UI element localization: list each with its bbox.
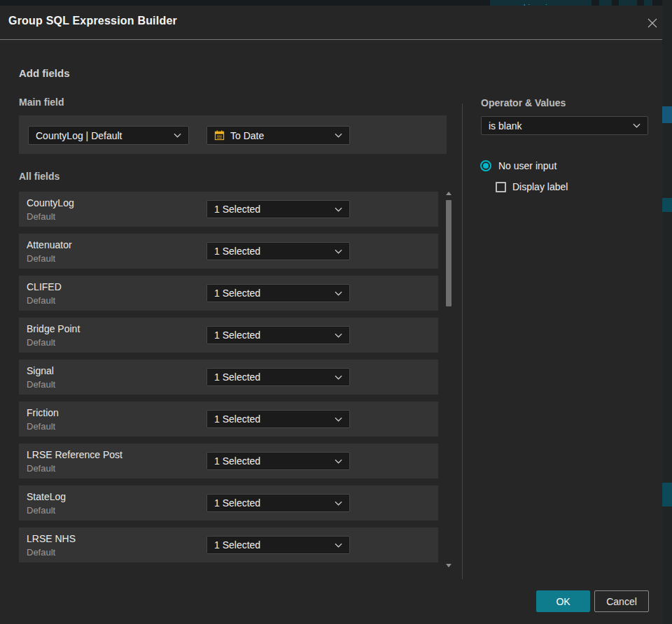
section-divider [462,104,463,579]
close-button[interactable] [643,15,662,32]
field-row: StateLog Default 1 Selected [19,485,438,520]
field-row: Attenuator Default 1 Selected [19,234,438,269]
field-selection-dropdown[interactable]: 1 Selected [206,494,350,512]
fields-list-scrollbar[interactable] [444,190,454,569]
field-sublabel: Default [27,421,55,432]
field-selection-value: 1 Selected [214,246,329,257]
field-sublabel: Default [27,211,55,222]
operator-dropdown-value: is blank [489,120,627,132]
screen: Live view Group SQL Expression Builder A… [0,0,672,624]
no-user-input-label: No user input [498,160,556,171]
chevron-down-icon [335,501,342,506]
calendar-date-icon [214,130,225,141]
all-fields-label: All fields [19,171,59,182]
field-selection-dropdown[interactable]: 1 Selected [206,284,350,302]
add-fields-heading: Add fields [19,67,70,79]
chevron-down-icon [335,333,342,338]
field-selection-value: 1 Selected [214,371,329,383]
main-field-type-value: To Date [230,130,329,141]
all-fields-list: CountyLog Default 1 Selected Attenuator … [19,192,438,569]
field-selection-dropdown[interactable]: 1 Selected [206,452,350,470]
x-icon [646,17,659,31]
cancel-button[interactable]: Cancel [594,590,649,612]
chevron-down-icon [335,133,342,138]
chevron-down-icon [335,291,342,296]
field-sublabel: Default [27,547,55,558]
field-row: LRSE NHS Default 1 Selected [19,527,438,562]
operator-values-label: Operator & Values [481,97,566,108]
ok-button[interactable]: OK [536,590,590,612]
field-name: Friction [27,407,59,418]
checkbox-unchecked-icon [496,182,506,192]
chevron-down-icon [335,543,342,548]
field-selection-value: 1 Selected [214,288,329,299]
field-name: LRSE Reference Post [27,449,122,460]
background-selected-item-fragment [662,483,672,506]
field-selection-dropdown[interactable]: 1 Selected [206,326,350,344]
field-row: CLIFED Default 1 Selected [19,276,438,311]
field-selection-value: 1 Selected [214,204,329,215]
chevron-down-icon [335,417,342,422]
chevron-down-icon [335,459,342,464]
main-field-type-dropdown[interactable]: To Date [206,126,350,145]
chevron-down-icon [335,207,342,212]
scrollbar-thumb[interactable] [446,200,451,306]
chevron-down-icon [335,249,342,254]
dialog-header: Group SQL Expression Builder [0,6,662,40]
field-selection-value: 1 Selected [214,497,329,509]
field-sublabel: Default [27,379,55,390]
field-selection-dropdown[interactable]: 1 Selected [206,368,350,386]
main-field-label: Main field [19,97,64,108]
field-name: LRSE NHS [27,533,76,544]
background-toolbar-fragment [644,0,652,6]
operator-dropdown[interactable]: is blank [481,116,648,135]
field-selection-value: 1 Selected [214,539,329,551]
background-toolbar-fragment [619,0,637,6]
field-row: Friction Default 1 Selected [19,402,438,437]
field-name: Signal [27,365,54,376]
live-view-button[interactable]: Live view [490,0,592,6]
field-name: StateLog [27,491,66,502]
field-selection-value: 1 Selected [214,455,329,467]
group-sql-expression-builder-dialog: Group SQL Expression Builder Add fields … [0,6,662,624]
main-field-dropdown[interactable]: CountyLog | Default [28,126,189,145]
field-row: CountyLog Default 1 Selected [19,192,438,227]
background-selected-item-fragment [662,198,672,212]
main-field-panel: CountyLog | Default To Date [19,115,447,154]
field-name: Bridge Point [27,323,80,334]
scrollbar-down-arrow-icon[interactable] [446,564,451,567]
field-sublabel: Default [27,505,55,516]
field-sublabel: Default [27,253,55,264]
field-selection-dropdown[interactable]: 1 Selected [206,200,350,218]
field-row: LRSE Reference Post Default 1 Selected [19,444,438,478]
radio-selected-icon [480,160,491,171]
background-selected-item-fragment [662,106,672,123]
display-label-checkbox[interactable]: Display label [496,181,568,192]
field-selection-dropdown[interactable]: 1 Selected [206,242,350,260]
field-sublabel: Default [27,337,55,348]
field-row: Signal Default 1 Selected [19,360,438,395]
field-row: Bridge Point Default 1 Selected [19,318,438,353]
field-selection-dropdown[interactable]: 1 Selected [206,536,350,554]
background-app-right-strip [662,0,672,624]
display-label-label: Display label [512,181,568,192]
main-field-dropdown-value: CountyLog | Default [36,130,168,141]
field-selection-value: 1 Selected [214,329,329,341]
field-name: CountyLog [27,197,74,208]
field-selection-value: 1 Selected [214,413,329,425]
dialog-title: Group SQL Expression Builder [8,15,177,27]
chevron-down-icon [174,133,181,138]
background-toolbar-fragment [599,0,612,6]
scrollbar-up-arrow-icon[interactable] [446,192,451,195]
field-sublabel: Default [27,463,55,474]
chevron-down-icon [335,375,342,380]
field-name: Attenuator [27,239,72,250]
field-sublabel: Default [27,295,55,306]
field-selection-dropdown[interactable]: 1 Selected [206,410,350,428]
field-name: CLIFED [27,281,62,292]
chevron-down-icon [633,123,640,128]
background-app-top-strip: Live view [0,0,672,6]
no-user-input-radio[interactable]: No user input [480,160,556,171]
